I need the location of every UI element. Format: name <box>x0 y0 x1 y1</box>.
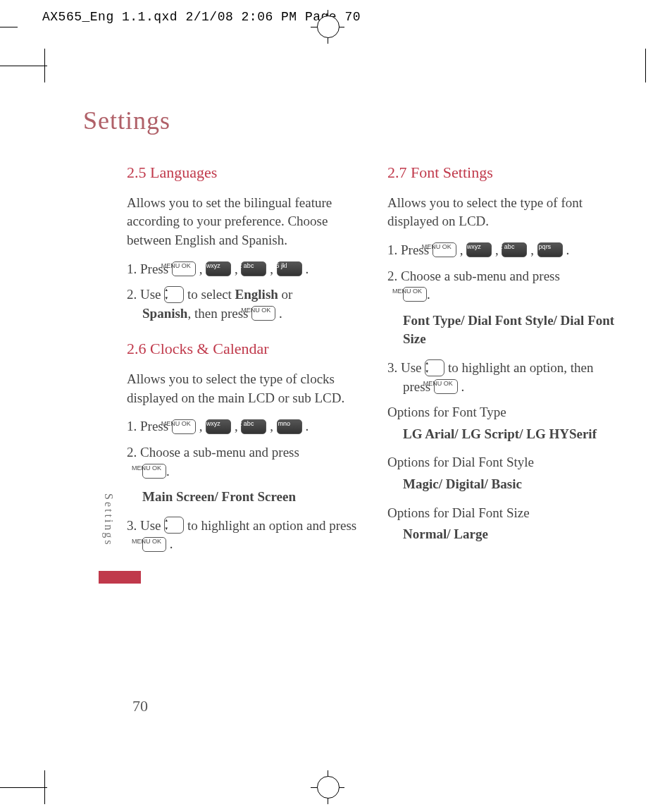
text-bold: English <box>235 287 278 302</box>
body-text: Allows you to select the type of clocks … <box>127 370 359 407</box>
option-label: Options for Dial Font Style <box>387 453 620 472</box>
crop-mark <box>0 787 47 788</box>
key-7-icon: 7 pqrs <box>537 242 563 257</box>
text: . <box>563 242 570 257</box>
nav-key-icon <box>164 286 184 303</box>
text: , <box>266 261 276 276</box>
side-tab-label: Settings <box>102 493 115 547</box>
crop-mark <box>645 49 646 82</box>
text: . <box>275 306 282 321</box>
right-column: 2.7 Font Settings Allows you to select t… <box>387 156 620 561</box>
text: to highlight an option and press <box>187 518 356 533</box>
text: 2. Choose a sub-menu and press <box>127 445 299 460</box>
left-column: 2.5 Languages Allows you to set the bili… <box>127 156 359 561</box>
crop-mark <box>0 66 47 66</box>
text: to select <box>187 287 235 302</box>
nav-key-icon <box>425 359 444 376</box>
print-slug: AX565_Eng 1.1.qxd 2/1/08 2:06 PM Page 70 <box>42 10 361 24</box>
body-text: Allows you to set the bilingual feature … <box>127 194 359 250</box>
page-title: Settings <box>83 106 644 135</box>
option-label: Options for Font Type <box>387 403 620 422</box>
step-text: 1. Press MENU OK , 9 wxyz , 2 abc , 7 pq… <box>387 241 620 260</box>
step-text: 2. Use to select English or Spanish, the… <box>127 285 359 323</box>
menu-ok-key-icon: MENU OK <box>172 261 196 276</box>
section-heading-languages: 2.5 Languages <box>127 162 359 184</box>
text-bold: Spanish <box>142 306 187 321</box>
crop-mark <box>0 27 18 27</box>
step-text: 1. Press MENU OK , 9 wxyz , 2 abc , 6 mn… <box>127 417 359 436</box>
text: 3. Use <box>387 360 425 375</box>
key-5-icon: 5 jkl <box>277 261 302 276</box>
menu-ok-key-icon: MENU OK <box>142 464 166 479</box>
text: . <box>427 287 430 302</box>
menu-ok-key-icon: MENU OK <box>433 242 456 257</box>
submenu-label: Font Type/ Dial Font Style/ Dial Font Si… <box>403 312 620 349</box>
nav-key-icon <box>164 517 184 534</box>
crop-mark <box>44 49 45 82</box>
section-heading-clocks: 2.6 Clocks & Calendar <box>127 338 359 360</box>
text: or <box>278 287 293 302</box>
registration-mark-icon <box>317 16 340 38</box>
key-9-icon: 9 wxyz <box>466 242 492 257</box>
submenu-label: Main Screen/ Front Screen <box>142 488 359 507</box>
text: 3. Use <box>127 518 164 533</box>
page-number: 70 <box>132 697 148 715</box>
body-text: Allows you to select the type of font di… <box>387 194 620 231</box>
option-label: Options for Dial Font Size <box>387 504 620 523</box>
section-heading-font: 2.7 Font Settings <box>387 162 620 184</box>
option-values: Normal/ Large <box>403 525 620 544</box>
text: 2. Use <box>127 287 164 302</box>
key-2-icon: 2 abc <box>241 419 266 434</box>
step-text: 1. Press MENU OK , 9 wxyz , 2 abc , 5 jk… <box>127 260 359 279</box>
text: . <box>302 261 309 276</box>
menu-ok-key-icon: MENU OK <box>434 379 458 394</box>
key-2-icon: 2 abc <box>502 242 527 257</box>
text: . <box>458 379 465 394</box>
step-text: 3. Use to highlight an option and press … <box>127 517 359 554</box>
key-2-icon: 2 abc <box>241 261 266 276</box>
option-values: Magic/ Digital/ Basic <box>403 475 620 494</box>
text: . <box>166 464 170 479</box>
key-6-icon: 6 mno <box>277 419 302 434</box>
step-text: 3. Use to highlight an option, then pres… <box>387 359 620 396</box>
text: 2. Choose a sub-menu and press <box>387 269 560 283</box>
menu-ok-key-icon: MENU OK <box>172 419 196 434</box>
page-content: Settings Settings 2.5 Languages Allows y… <box>49 63 644 772</box>
key-9-icon: 9 wxyz <box>206 419 231 434</box>
menu-ok-key-icon: MENU OK <box>403 287 427 302</box>
step-text: 2. Choose a sub-menu and press MENU OK. <box>127 443 359 481</box>
crop-mark <box>44 770 45 804</box>
text: . <box>166 536 173 551</box>
option-values: LG Arial/ LG Script/ LG HYSerif <box>403 425 620 444</box>
step-text: 2. Choose a sub-menu and press MENU OK. <box>387 267 620 304</box>
menu-ok-key-icon: MENU OK <box>251 306 275 321</box>
text: . <box>302 419 309 433</box>
key-9-icon: 9 wxyz <box>206 261 231 276</box>
side-tab-indicator <box>99 571 141 584</box>
menu-ok-key-icon: MENU OK <box>142 537 166 552</box>
registration-mark-icon <box>317 776 340 799</box>
